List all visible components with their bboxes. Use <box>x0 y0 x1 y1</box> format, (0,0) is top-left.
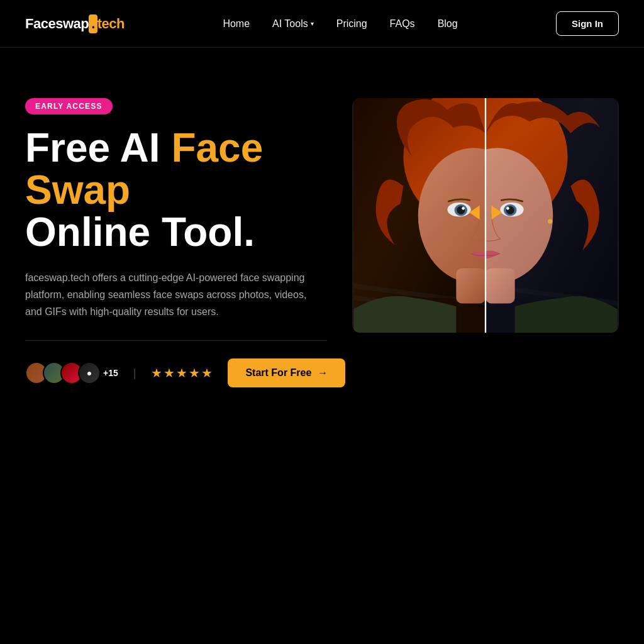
hero-content: EARLY ACCESS Free AI Face Swap Online To… <box>25 98 327 387</box>
vertical-divider: | <box>133 367 136 380</box>
hero-description: faceswap.tech offers a cutting-edge AI-p… <box>25 269 314 321</box>
start-for-free-button[interactable]: Start For Free → <box>228 358 345 387</box>
star-2: ★ <box>164 365 175 380</box>
svg-point-22 <box>462 207 465 210</box>
face-swap-image <box>352 98 619 333</box>
nav-link-blog[interactable]: Blog <box>438 18 458 29</box>
star-3: ★ <box>176 365 187 380</box>
avatars-group: ● +15 <box>25 362 118 384</box>
nav-item-blog[interactable]: Blog <box>438 18 458 30</box>
hero-section: EARLY ACCESS Free AI Face Swap Online To… <box>0 48 644 425</box>
logo-brand: Faceswap <box>25 16 89 31</box>
chevron-down-icon: ▾ <box>311 20 314 27</box>
nav-link-faqs[interactable]: FAQs <box>390 18 415 29</box>
user-count: +15 <box>103 368 118 378</box>
face-illustration <box>352 98 619 333</box>
hero-title-face: Face <box>171 125 263 170</box>
logo-dot: . <box>89 14 97 33</box>
nav-link-ai-tools[interactable]: AI Tools ▾ <box>272 18 314 30</box>
star-5: ★ <box>201 365 213 380</box>
hero-title: Free AI Face Swap Online Tool. <box>25 127 327 254</box>
nav-item-home[interactable]: Home <box>223 18 250 30</box>
nav-link-home[interactable]: Home <box>223 18 250 29</box>
nav-item-pricing[interactable]: Pricing <box>336 18 367 30</box>
svg-rect-17 <box>456 269 486 304</box>
hero-title-line1: Free AI <box>25 125 171 170</box>
star-4: ★ <box>189 365 200 380</box>
svg-point-26 <box>506 207 509 210</box>
face-swap-image-container <box>352 98 619 333</box>
nav-menu: Home AI Tools ▾ Pricing FAQs Blog <box>223 18 457 30</box>
star-1: ★ <box>151 365 162 380</box>
sign-in-button[interactable]: Sign In <box>556 11 619 36</box>
svg-rect-18 <box>486 269 515 304</box>
early-access-badge: EARLY ACCESS <box>25 98 113 114</box>
start-btn-label: Start For Free <box>245 367 311 379</box>
hero-title-line3: Online Tool. <box>25 209 255 255</box>
avatar: ● <box>78 362 101 384</box>
nav-link-pricing[interactable]: Pricing <box>336 18 367 29</box>
hero-divider <box>25 340 327 341</box>
nav-item-faqs[interactable]: FAQs <box>390 18 415 30</box>
arrow-right-icon: → <box>318 367 328 379</box>
logo-tech: tech <box>97 16 125 31</box>
nav-item-ai-tools[interactable]: AI Tools ▾ <box>272 18 314 30</box>
hero-title-swap: Swap <box>25 167 130 213</box>
hero-bottom: ● +15 | ★ ★ ★ ★ ★ Start For Free → <box>25 358 327 387</box>
svg-point-27 <box>548 219 552 223</box>
star-rating: ★ ★ ★ ★ ★ <box>151 365 213 380</box>
logo[interactable]: Faceswap.tech <box>25 14 125 33</box>
navigation: Faceswap.tech Home AI Tools ▾ Pricing FA… <box>0 0 644 48</box>
